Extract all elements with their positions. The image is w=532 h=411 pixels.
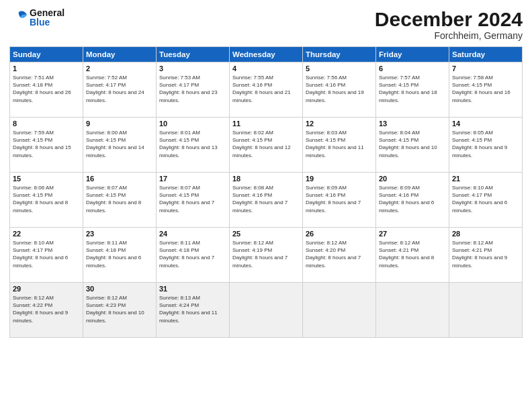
table-row: 8Sunrise: 7:59 AMSunset: 4:15 PMDaylight… <box>10 118 83 173</box>
table-row: 16Sunrise: 8:07 AMSunset: 4:15 PMDayligh… <box>83 173 157 228</box>
header: General Blue December 2024 Forchheim, Ge… <box>9 8 523 41</box>
table-row <box>230 283 303 338</box>
table-row: 5Sunrise: 7:56 AMSunset: 4:16 PMDaylight… <box>303 62 376 118</box>
table-row: 30Sunrise: 8:12 AMSunset: 4:23 PMDayligh… <box>83 283 157 338</box>
table-row: 28Sunrise: 8:12 AMSunset: 4:21 PMDayligh… <box>449 228 523 283</box>
table-row: 18Sunrise: 8:08 AMSunset: 4:16 PMDayligh… <box>230 173 303 228</box>
table-row: 15Sunrise: 8:06 AMSunset: 4:15 PMDayligh… <box>10 173 83 228</box>
table-row: 20Sunrise: 8:09 AMSunset: 4:16 PMDayligh… <box>376 173 449 228</box>
table-row: 6Sunrise: 7:57 AMSunset: 4:15 PMDaylight… <box>376 62 449 118</box>
table-row: 26Sunrise: 8:12 AMSunset: 4:20 PMDayligh… <box>303 228 376 283</box>
table-row: 19Sunrise: 8:09 AMSunset: 4:16 PMDayligh… <box>303 173 376 228</box>
table-row: 27Sunrise: 8:12 AMSunset: 4:21 PMDayligh… <box>376 228 449 283</box>
logo-text: General Blue <box>30 8 64 27</box>
table-row: 1Sunrise: 7:51 AMSunset: 4:18 PMDaylight… <box>10 62 83 118</box>
table-row: 31Sunrise: 8:13 AMSunset: 4:24 PMDayligh… <box>157 283 230 338</box>
table-row <box>303 283 376 338</box>
col-thursday: Thursday <box>303 47 376 62</box>
logo: General Blue <box>9 8 64 27</box>
table-row: 12Sunrise: 8:03 AMSunset: 4:15 PMDayligh… <box>303 118 376 173</box>
col-friday: Friday <box>376 47 449 62</box>
table-row: 10Sunrise: 8:01 AMSunset: 4:15 PMDayligh… <box>157 118 230 173</box>
table-row <box>449 283 523 338</box>
table-row: 24Sunrise: 8:11 AMSunset: 4:18 PMDayligh… <box>157 228 230 283</box>
table-row: 7Sunrise: 7:58 AMSunset: 4:15 PMDaylight… <box>449 62 523 118</box>
col-wednesday: Wednesday <box>230 47 303 62</box>
table-row: 4Sunrise: 7:55 AMSunset: 4:16 PMDaylight… <box>230 62 303 118</box>
table-row: 21Sunrise: 8:10 AMSunset: 4:17 PMDayligh… <box>449 173 523 228</box>
logo-blue: Blue <box>30 17 64 27</box>
table-row: 29Sunrise: 8:12 AMSunset: 4:22 PMDayligh… <box>10 283 83 338</box>
table-row: 14Sunrise: 8:05 AMSunset: 4:15 PMDayligh… <box>449 118 523 173</box>
table-row: 23Sunrise: 8:11 AMSunset: 4:18 PMDayligh… <box>83 228 157 283</box>
table-row: 2Sunrise: 7:52 AMSunset: 4:17 PMDaylight… <box>83 62 157 118</box>
table-row: 17Sunrise: 8:07 AMSunset: 4:15 PMDayligh… <box>157 173 230 228</box>
month-title: December 2024 <box>375 8 523 30</box>
calendar-table: Sunday Monday Tuesday Wednesday Thursday… <box>9 46 523 338</box>
table-row <box>376 283 449 338</box>
title-block: December 2024 Forchheim, Germany <box>375 8 523 41</box>
calendar-header-row: Sunday Monday Tuesday Wednesday Thursday… <box>10 47 523 62</box>
table-row: 13Sunrise: 8:04 AMSunset: 4:15 PMDayligh… <box>376 118 449 173</box>
table-row: 25Sunrise: 8:12 AMSunset: 4:19 PMDayligh… <box>230 228 303 283</box>
page-container: General Blue December 2024 Forchheim, Ge… <box>0 0 532 411</box>
col-saturday: Saturday <box>449 47 523 62</box>
table-row: 22Sunrise: 8:10 AMSunset: 4:17 PMDayligh… <box>10 228 83 283</box>
col-tuesday: Tuesday <box>157 47 230 62</box>
table-row: 9Sunrise: 8:00 AMSunset: 4:15 PMDaylight… <box>83 118 157 173</box>
logo-icon <box>9 9 28 26</box>
col-sunday: Sunday <box>10 47 83 62</box>
logo-general: General <box>30 8 64 17</box>
table-row: 3Sunrise: 7:53 AMSunset: 4:17 PMDaylight… <box>157 62 230 118</box>
table-row: 11Sunrise: 8:02 AMSunset: 4:15 PMDayligh… <box>230 118 303 173</box>
location: Forchheim, Germany <box>375 30 523 41</box>
col-monday: Monday <box>83 47 157 62</box>
